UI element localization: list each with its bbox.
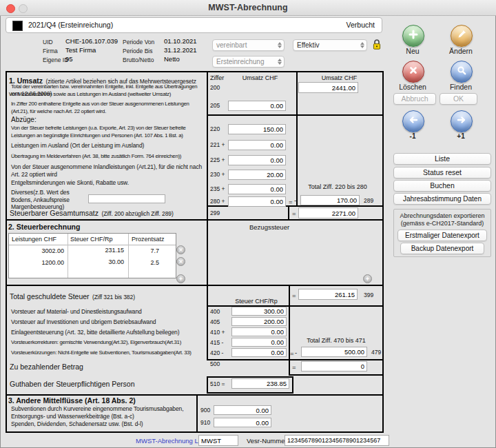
equals-sign: = (292, 210, 296, 217)
total-220-280-label: Total Ziff. 220 bis 280 (300, 183, 375, 190)
divider (6, 285, 384, 286)
input-ziffer-200[interactable] (298, 82, 358, 93)
divider (207, 114, 384, 116)
steuersatz-table[interactable]: Leistungen CHF Steuer CHF/Rp Prozentsatz… (8, 233, 176, 278)
input-ziffer-479[interactable] (301, 347, 367, 357)
input-ziffer-205[interactable] (228, 101, 286, 111)
next-button[interactable] (451, 110, 473, 132)
erstmaliger-datenexport-button[interactable]: Erstmaliger Datenexport (397, 230, 487, 241)
input-ziffer-399[interactable] (298, 289, 358, 300)
row299-text-main: Steuerbarer Gesamtumsatz (10, 209, 99, 217)
finden-button[interactable] (451, 61, 473, 83)
abzuege-label: Abzüge: (11, 116, 37, 123)
vorsteuer-text-400: Vorsteuer auf Material- und Dinestleistu… (11, 308, 142, 316)
deduction-text-230: Von der Steuer ausgenommene Inlandleistu… (11, 163, 204, 178)
input-ziffer-299[interactable] (298, 207, 358, 218)
input-ziffer-900[interactable] (214, 405, 271, 415)
input-ziffer-415[interactable] (231, 338, 287, 347)
input-ziffer-400[interactable] (231, 307, 287, 316)
table-cell[interactable]: 7.7 (132, 247, 159, 254)
divider (68, 234, 68, 278)
input-ziffer-289[interactable] (300, 195, 360, 205)
status-reset-button[interactable]: Status reset (393, 167, 491, 179)
ziffer-510: 510 = (210, 380, 225, 387)
row510-text: Guthaben der Steuerpflichtigen Person (10, 380, 135, 388)
divider (6, 219, 384, 221)
table-header-prozentsatz: Prozentsatz (132, 236, 165, 243)
equals-sign: = (289, 198, 293, 205)
table-cell[interactable]: 2.5 (132, 259, 159, 266)
deduction-text-220: Von der Steuer befreite Leistungen (u.a.… (11, 125, 204, 139)
total-steuer-label-note: (Ziff 321 bis 382) (92, 294, 135, 301)
input-ziffer-405[interactable] (231, 317, 287, 326)
eigene-id-label: Eigene ID (43, 57, 68, 63)
table-cell[interactable]: 3002.00 (12, 247, 64, 254)
liste-button[interactable]: Liste (393, 153, 491, 165)
input-ziffer-220[interactable] (228, 124, 286, 134)
ok-button[interactable]: OK (440, 93, 477, 105)
table-cell[interactable]: 30.00 (70, 258, 124, 265)
window-title: MWST-Abrechnung (0, 3, 496, 12)
arrow-left-icon (408, 114, 419, 128)
ziffer-900: 900 (200, 407, 210, 414)
abbruch-button[interactable]: Abbruch (393, 93, 436, 105)
vorsteuer-text-405: Vorsteuer auf Investitionen und übrigem … (11, 318, 156, 326)
ziffer-220: 220 (210, 125, 220, 132)
input-ziffer-225[interactable] (228, 155, 286, 165)
backup-datenexport-button[interactable]: Backup Datenexport (400, 243, 484, 254)
input-ziffer-221[interactable] (228, 140, 286, 150)
input-ziffer-420[interactable] (231, 348, 287, 357)
eigene-id-value: 95 (65, 55, 73, 63)
divider (196, 394, 198, 431)
record-bar[interactable]: 2021/Q4 (Ersteinreichung) Verbucht (6, 17, 382, 33)
bezugssteuer-label: Bezugssteuer (249, 223, 289, 231)
add-row-button[interactable]: + (176, 274, 185, 283)
table-cell[interactable]: 1200.00 (12, 259, 64, 266)
diverses-input[interactable] (88, 194, 165, 203)
prev-button[interactable] (402, 110, 424, 132)
input-ziffer-910[interactable] (214, 418, 271, 427)
section2-title: 2. Steuerberechnung (8, 223, 80, 231)
remove-row-button[interactable]: ✕ (176, 245, 185, 254)
total-steuer-label: Total geschuldete Steuer (Ziff 321 bis 3… (10, 289, 205, 302)
equals-sign: = (292, 292, 296, 299)
input-ziffer-510[interactable] (231, 378, 289, 389)
buchen-button[interactable]: Buchen (393, 180, 491, 192)
row299-text-note: (Ziff. 200 abzüglich Ziff. 289) (101, 210, 173, 217)
deduction-text-235: Entgeltsminderungen wie Skonti, Rabatte … (11, 179, 129, 187)
ziffer-235: 235 + (210, 185, 225, 192)
add-bezugssteuer-button[interactable]: + (363, 274, 372, 283)
ziffer-410: 410 + (210, 329, 225, 336)
input-ziffer-230[interactable] (228, 170, 286, 180)
loeschen-button[interactable] (402, 61, 424, 83)
aendern-button[interactable] (451, 25, 473, 47)
row205-text: In Ziffer 200 enthaltene Entgelte aus vo… (11, 101, 201, 115)
input-ziffer-235[interactable] (228, 184, 286, 194)
methode-value: Effektiv (297, 41, 320, 49)
input-ziffer-410[interactable] (231, 327, 287, 336)
vorsteuer-text-410: Einlageentsteuerung (Art. 32, bitte deta… (11, 329, 179, 336)
vesr-input[interactable] (285, 435, 389, 446)
table-cell[interactable]: 231.15 (70, 247, 124, 254)
row200-text: Total der vereinbarten bzw. vereinnahmte… (11, 83, 201, 98)
periode-bis-value: 31.12.2021 (164, 46, 197, 54)
ziffer-299: 299 (210, 210, 220, 216)
abrechnungsart-select[interactable]: vereinbart (212, 39, 285, 51)
input-ziffer-500[interactable] (301, 361, 367, 371)
jahresabstimmung-button[interactable]: Jahresabstimmung Daten (393, 193, 491, 205)
lieferant-input[interactable] (198, 435, 238, 446)
einreichung-value: Ersteinreichung (216, 58, 264, 65)
col-ziffer: Ziffer (210, 74, 224, 81)
section3-title: 3. Andere Mittelflüsse (Art. 18 Abs. 2) (8, 396, 136, 405)
vorsteuer-text-420: Vorsteuerkürzungen: Nicht-Entgelte wie S… (11, 349, 192, 357)
ziffer-910: 910 (200, 419, 210, 426)
ziffer-405: 405 (210, 318, 220, 325)
neu-label: Neu (392, 47, 433, 55)
einreichung-select[interactable]: Ersteinreichung (212, 56, 285, 68)
remove-row-button[interactable]: ✕ (176, 257, 185, 266)
deduction-text-225: Übertragung im Meldeverfahren (Art. 38, … (11, 153, 181, 161)
table-header-steuer: Steuer CHF/Rp (70, 236, 113, 243)
methode-select[interactable]: Effektiv (293, 39, 367, 51)
input-ziffer-280[interactable] (228, 196, 286, 207)
neu-button[interactable] (402, 25, 424, 47)
